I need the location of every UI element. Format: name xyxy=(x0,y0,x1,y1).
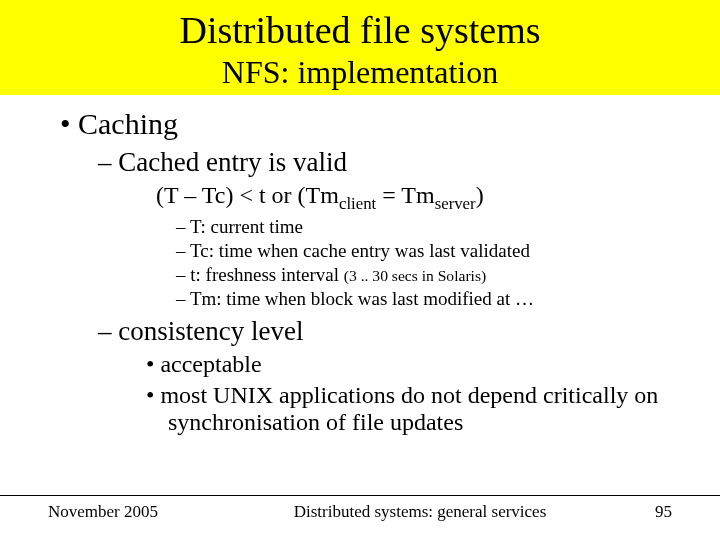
bullet-acceptable: acceptable xyxy=(168,351,680,378)
slide-body: Caching Cached entry is valid (T – Tc) <… xyxy=(0,95,720,436)
slide: Distributed file systems NFS: implementa… xyxy=(0,0,720,540)
def-t-freshness: t: freshness interval (3 .. 30 secs in S… xyxy=(196,264,680,286)
footer: November 2005 Distributed systems: gener… xyxy=(0,495,720,522)
formula: (T – Tc) < t or (Tmclient = Tmserver) xyxy=(156,182,680,214)
bullet-unix: most UNIX applications do not depend cri… xyxy=(168,382,680,436)
formula-sub-server: server xyxy=(435,194,476,213)
formula-sub-client: client xyxy=(339,194,376,213)
footer-date: November 2005 xyxy=(0,502,200,522)
slide-title: Distributed file systems xyxy=(0,8,720,52)
formula-p3: ) xyxy=(476,182,484,208)
def-t-freshness-a: t: freshness interval xyxy=(190,264,344,285)
title-block: Distributed file systems NFS: implementa… xyxy=(0,0,720,95)
formula-p2: = Tm xyxy=(376,182,434,208)
formula-p1: (T – Tc) < t or (Tm xyxy=(156,182,339,208)
def-tc: Tc: time when cache entry was last valid… xyxy=(196,240,680,262)
bullet-valid: Cached entry is valid xyxy=(124,147,680,178)
def-tm: Tm: time when block was last modified at… xyxy=(196,288,680,310)
footer-center: Distributed systems: general services xyxy=(200,502,640,522)
slide-subtitle: NFS: implementation xyxy=(0,54,720,91)
footer-page: 95 xyxy=(640,502,720,522)
def-t-freshness-b: (3 .. 30 secs in Solaris) xyxy=(344,267,486,284)
def-t-current: T: current time xyxy=(196,216,680,238)
bullet-consistency: consistency level xyxy=(124,316,680,347)
bullet-caching: Caching xyxy=(88,107,680,141)
